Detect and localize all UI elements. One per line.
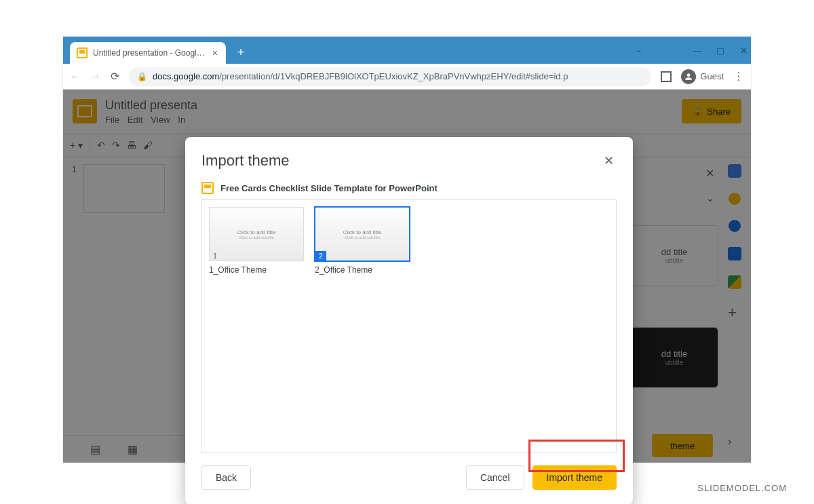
theme-grid: Click to add title Click to add subtitle… (201, 199, 617, 453)
install-app-icon[interactable] (661, 71, 672, 82)
browser-window: Untitled presentation - Google Sl × + ⌄ … (63, 37, 751, 463)
thumb-title-text: Click to add title (343, 229, 381, 235)
browser-titlebar: Untitled presentation - Google Sl × + ⌄ … (63, 37, 751, 64)
theme-thumbnail-selected: Click to add title Click to add subtitle… (315, 207, 410, 261)
dialog-close-icon[interactable]: ✕ (601, 151, 617, 171)
close-window-icon[interactable]: ✕ (739, 45, 748, 56)
thumb-sub-text: Click to add subtitle (345, 235, 380, 239)
nav-reload-icon[interactable]: ⟳ (111, 70, 119, 83)
slides-file-icon (201, 182, 214, 194)
theme-option-1[interactable]: Click to add title Click to add subtitle… (209, 207, 304, 446)
thumb-sub-text: Click to add subtitle (239, 235, 274, 239)
omnibox[interactable]: 🔒 docs.google.com/presentation/d/1VkqDRE… (129, 67, 651, 86)
profile-button[interactable]: Guest (681, 69, 724, 84)
slides-app: Untitled presenta File Edit View In 🔒 Sh… (63, 90, 751, 463)
theme-option-2[interactable]: Click to add title Click to add subtitle… (315, 207, 410, 446)
dialog-footer: Back Cancel Import theme (185, 453, 633, 504)
minimize-icon[interactable]: — (693, 45, 702, 56)
url-host: docs.google.com (153, 71, 219, 81)
thumb-title-text: Click to add title (237, 229, 275, 235)
url-path: /presentation/d/1VkqDREBJFB9lOlXOTpEUxio… (219, 71, 568, 81)
slides-favicon-icon (77, 47, 88, 58)
back-button[interactable]: Back (201, 465, 251, 490)
screenshot-frame: Untitled presentation - Google Sl × + ⌄ … (63, 37, 751, 463)
source-file-name: Free Cards Checklist Slide Template for … (220, 183, 438, 193)
cancel-button[interactable]: Cancel (466, 465, 524, 490)
tab-title: Untitled presentation - Google Sl (93, 48, 206, 58)
browser-address-bar: ← → ⟳ 🔒 docs.google.com/presentation/d/1… (63, 64, 751, 90)
tabstrip-chevron-icon[interactable]: ⌄ (636, 45, 642, 54)
theme-index-badge: 2 (315, 251, 326, 260)
browser-tab[interactable]: Untitled presentation - Google Sl × (70, 42, 226, 64)
theme-option-label: 1_Office Theme (209, 265, 304, 275)
avatar-icon (681, 69, 696, 84)
theme-index-badge: 1 (210, 251, 220, 260)
import-theme-button[interactable]: Import theme (532, 465, 617, 490)
dialog-header: Import theme ✕ (185, 137, 633, 182)
theme-option-label: 2_Office Theme (315, 265, 410, 275)
nav-back-icon[interactable]: ← (70, 71, 81, 83)
dialog-title: Import theme (201, 152, 290, 170)
close-tab-icon[interactable]: × (211, 48, 219, 58)
import-theme-dialog: Import theme ✕ Free Cards Checklist Slid… (185, 137, 633, 504)
watermark-text: SLIDEMODEL.COM (697, 483, 787, 493)
profile-label: Guest (700, 71, 724, 81)
source-file-row: Free Cards Checklist Slide Template for … (185, 182, 633, 199)
browser-menu-icon[interactable]: ⋮ (733, 70, 744, 83)
lock-icon: 🔒 (137, 72, 147, 81)
new-tab-button[interactable]: + (231, 43, 250, 62)
theme-thumbnail: Click to add title Click to add subtitle… (209, 207, 304, 261)
maximize-icon[interactable]: ▢ (716, 45, 725, 56)
window-controls: — ▢ ✕ (693, 37, 748, 64)
nav-forward-icon[interactable]: → (90, 71, 101, 83)
